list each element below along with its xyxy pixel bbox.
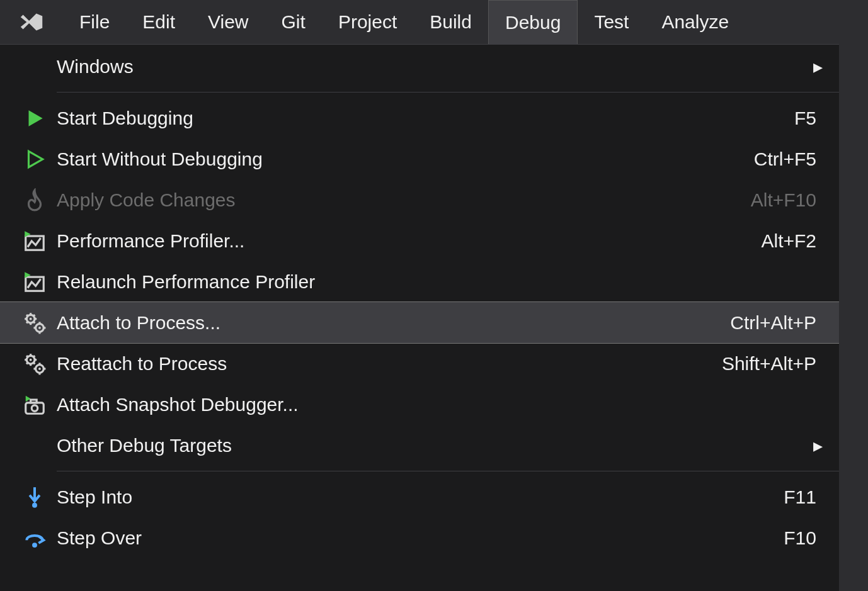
menu-item-label: Performance Profiler... [57, 230, 761, 252]
menubar-item-edit[interactable]: Edit [126, 0, 191, 44]
menu-item-shortcut: F11 [784, 487, 823, 508]
menu-item-label: Relaunch Performance Profiler [57, 271, 823, 293]
menu-item-attach-snapshot-debugger[interactable]: Attach Snapshot Debugger... [0, 384, 839, 425]
menu-item-attach-to-process[interactable]: Attach to Process...Ctrl+Alt+P [0, 302, 839, 343]
gears-icon [13, 311, 57, 335]
camera-icon [13, 393, 57, 417]
chevron-right-icon: ▸ [813, 55, 823, 77]
menubar-item-debug[interactable]: Debug [488, 0, 578, 44]
menubar-item-label: View [208, 11, 248, 33]
menu-item-shortcut: Alt+F10 [751, 189, 823, 211]
perf-icon [13, 229, 57, 253]
menu-separator [57, 92, 839, 93]
play-outline-icon [13, 147, 57, 171]
menubar-item-label: Project [338, 11, 397, 33]
menu-item-shortcut: Ctrl+F5 [754, 149, 823, 170]
menu-item-start-debugging[interactable]: Start DebuggingF5 [0, 98, 839, 138]
menubar-item-build[interactable]: Build [413, 0, 488, 44]
perf-icon [13, 270, 57, 294]
menu-item-label: Windows [57, 56, 813, 77]
menubar-item-file[interactable]: File [63, 0, 126, 44]
menubar-item-analyze[interactable]: Analyze [645, 0, 745, 44]
menubar-item-test[interactable]: Test [578, 0, 645, 44]
menubar-item-label: File [79, 11, 110, 33]
menu-item-relaunch-performance-profiler[interactable]: Relaunch Performance Profiler [0, 261, 839, 302]
menu-item-start-without-debugging[interactable]: Start Without DebuggingCtrl+F5 [0, 138, 839, 179]
menu-item-reattach-to-process[interactable]: Reattach to ProcessShift+Alt+P [0, 343, 839, 384]
menu-item-shortcut: F10 [784, 527, 823, 549]
menu-item-label: Step Into [57, 487, 784, 508]
menu-item-label: Step Over [57, 527, 784, 549]
menubar-item-project[interactable]: Project [322, 0, 413, 44]
flame-icon [13, 188, 57, 212]
menubar: FileEditViewGitProjectBuildDebugTestAnal… [0, 0, 868, 44]
menu-item-label: Reattach to Process [57, 353, 722, 374]
step-into-icon [13, 485, 57, 509]
menubar-item-label: Git [282, 11, 306, 33]
menu-item-performance-profiler[interactable]: Performance Profiler...Alt+F2 [0, 220, 839, 261]
menu-item-shortcut: Ctrl+Alt+P [730, 312, 823, 334]
menu-item-label: Attach Snapshot Debugger... [57, 394, 823, 415]
menu-item-windows[interactable]: Windows▸ [0, 46, 839, 87]
menu-item-label: Apply Code Changes [57, 189, 751, 211]
menubar-item-label: Build [430, 11, 472, 33]
debug-dropdown-menu: Windows▸Start DebuggingF5Start Without D… [0, 44, 839, 591]
menubar-item-label: Edit [142, 11, 175, 33]
menu-item-other-debug-targets[interactable]: Other Debug Targets▸ [0, 425, 839, 466]
vs-logo-icon [0, 0, 63, 44]
menu-item-step-into[interactable]: Step IntoF11 [0, 476, 839, 517]
menu-item-label: Start Without Debugging [57, 149, 754, 170]
menubar-item-git[interactable]: Git [265, 0, 322, 44]
menu-item-shortcut: Shift+Alt+P [722, 353, 823, 374]
menu-item-label: Other Debug Targets [57, 435, 813, 456]
menu-item-label: Attach to Process... [57, 312, 730, 334]
menu-item-apply-code-changes: Apply Code ChangesAlt+F10 [0, 179, 839, 220]
step-over-icon [13, 526, 57, 550]
gears-icon [13, 352, 57, 376]
menu-item-label: Start Debugging [57, 108, 794, 129]
menubar-item-view[interactable]: View [191, 0, 265, 44]
menubar-item-label: Debug [505, 12, 561, 33]
chevron-right-icon: ▸ [813, 434, 823, 456]
menu-item-shortcut: F5 [794, 108, 823, 129]
menu-item-shortcut: Alt+F2 [761, 230, 823, 252]
menubar-item-label: Analyze [661, 11, 729, 33]
menu-separator [57, 471, 839, 471]
play-fill-icon [13, 106, 57, 130]
menubar-item-label: Test [594, 11, 629, 33]
menu-item-step-over[interactable]: Step OverF10 [0, 517, 839, 558]
